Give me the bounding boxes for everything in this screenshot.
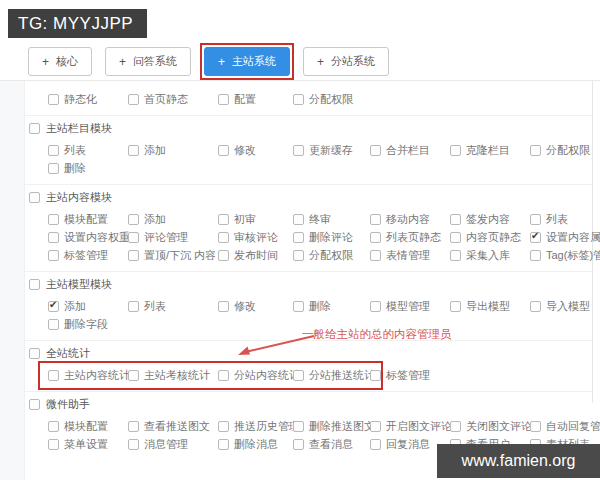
checkbox-icon[interactable] (218, 421, 229, 432)
checkbox-icon[interactable] (370, 232, 381, 243)
permission-item[interactable]: 克隆栏目 (450, 143, 530, 158)
checkbox-icon[interactable] (48, 370, 59, 381)
checkbox-icon[interactable] (218, 250, 229, 261)
permission-item[interactable]: 添加 (128, 143, 218, 158)
checkbox-icon[interactable] (128, 439, 139, 450)
permission-item[interactable]: 主站内容统计 (48, 368, 128, 383)
permission-item[interactable]: 设置内容权重 (48, 230, 128, 245)
permission-item[interactable]: 删除字段 (48, 317, 128, 332)
checkbox-icon[interactable] (218, 214, 229, 225)
checkbox-icon[interactable] (48, 439, 59, 450)
checkbox-icon[interactable] (370, 145, 381, 156)
permission-item[interactable]: 初审 (218, 212, 293, 227)
checkbox-icon[interactable] (293, 421, 304, 432)
checkbox-icon[interactable] (218, 94, 229, 105)
checkbox-icon[interactable] (370, 370, 381, 381)
permission-item[interactable]: 置顶/下沉 内容 (128, 248, 218, 263)
permission-item[interactable]: 模型管理 (370, 299, 450, 314)
permission-item[interactable]: 列表 (48, 143, 128, 158)
checkbox-icon[interactable] (48, 250, 59, 261)
system-tab[interactable]: +核心 (28, 47, 92, 76)
permission-item[interactable]: 首页静态 (128, 92, 218, 107)
permission-item[interactable]: 删除评论 (293, 230, 370, 245)
checkbox-icon[interactable] (370, 214, 381, 225)
checkbox-icon[interactable] (218, 370, 229, 381)
permission-item[interactable]: 模块配置 (48, 212, 128, 227)
checkbox-icon[interactable] (293, 439, 304, 450)
checkbox-icon[interactable] (128, 232, 139, 243)
permission-item[interactable]: 分站内容统计 (218, 368, 293, 383)
permission-item[interactable]: 分配权限 (530, 143, 592, 158)
checkbox-icon[interactable] (450, 421, 461, 432)
permission-item[interactable]: 表情管理 (370, 248, 450, 263)
checkbox-icon[interactable] (218, 439, 229, 450)
permission-item[interactable]: 模块配置 (48, 419, 128, 434)
permission-item[interactable]: 自动回复管理 (530, 419, 600, 434)
checkbox-icon[interactable] (48, 421, 59, 432)
permission-item[interactable]: 开启图文评论 (370, 419, 450, 434)
permission-item[interactable]: 签发内容 (450, 212, 530, 227)
checkbox-icon[interactable] (293, 301, 304, 312)
permission-item[interactable]: 添加 (48, 299, 128, 314)
permission-item[interactable]: 关闭图文评论 (450, 419, 530, 434)
permission-item[interactable]: 修改 (218, 143, 293, 158)
permission-item[interactable]: 更新缓存 (293, 143, 370, 158)
checkbox-icon[interactable] (450, 250, 461, 261)
checkbox-icon[interactable] (370, 250, 381, 261)
permission-item[interactable]: 修改 (218, 299, 293, 314)
permission-item[interactable]: 终审 (293, 212, 370, 227)
permission-item[interactable]: 分配权限 (293, 248, 370, 263)
checkbox-icon[interactable] (48, 301, 59, 312)
checkbox-icon[interactable] (48, 145, 59, 156)
checkbox-icon[interactable] (293, 232, 304, 243)
permission-item[interactable]: 审核评论 (218, 230, 293, 245)
checkbox-icon[interactable] (293, 145, 304, 156)
checkbox-icon[interactable] (530, 145, 541, 156)
permission-item[interactable]: 删除消息 (218, 437, 293, 452)
permission-item[interactable]: 标签管理 (48, 248, 128, 263)
section-checkbox-icon[interactable] (29, 348, 40, 359)
checkbox-icon[interactable] (128, 94, 139, 105)
checkbox-icon[interactable] (128, 250, 139, 261)
checkbox-icon[interactable] (128, 214, 139, 225)
checkbox-icon[interactable] (218, 301, 229, 312)
permission-item[interactable]: 导出模型 (450, 299, 530, 314)
permission-item[interactable]: 内容页静态 (450, 230, 530, 245)
system-tab[interactable]: +分站系统 (303, 47, 389, 76)
permission-item[interactable]: 菜单设置 (48, 437, 128, 452)
permission-item[interactable]: 导入模型 (530, 299, 592, 314)
checkbox-icon[interactable] (48, 94, 59, 105)
permission-item[interactable]: 删除 (48, 161, 128, 176)
checkbox-icon[interactable] (450, 232, 461, 243)
checkbox-icon[interactable] (48, 163, 59, 174)
checkbox-icon[interactable] (293, 94, 304, 105)
permission-item[interactable]: 分配权限 (293, 92, 370, 107)
checkbox-icon[interactable] (370, 301, 381, 312)
permission-item[interactable]: Tag(标签)管理 (530, 248, 600, 263)
permission-item[interactable]: 静态化 (48, 92, 128, 107)
checkbox-icon[interactable] (218, 145, 229, 156)
checkbox-icon[interactable] (530, 421, 541, 432)
checkbox-icon[interactable] (450, 145, 461, 156)
section-checkbox-icon[interactable] (29, 192, 40, 203)
permission-item[interactable]: 列表 (128, 299, 218, 314)
permission-item[interactable]: 添加 (128, 212, 218, 227)
checkbox-icon[interactable] (48, 214, 59, 225)
permission-item[interactable]: 采集入库 (450, 248, 530, 263)
checkbox-icon[interactable] (128, 370, 139, 381)
permission-item[interactable]: 移动内容 (370, 212, 450, 227)
checkbox-icon[interactable] (530, 301, 541, 312)
permission-item[interactable]: 评论管理 (128, 230, 218, 245)
checkbox-icon[interactable] (218, 232, 229, 243)
section-checkbox-icon[interactable] (29, 123, 40, 134)
checkbox-icon[interactable] (530, 214, 541, 225)
permission-item[interactable]: 查看消息 (293, 437, 370, 452)
checkbox-icon[interactable] (450, 214, 461, 225)
checkbox-icon[interactable] (293, 370, 304, 381)
section-checkbox-icon[interactable] (29, 279, 40, 290)
checkbox-icon[interactable] (370, 439, 381, 450)
checkbox-icon[interactable] (48, 319, 59, 330)
checkbox-icon[interactable] (450, 301, 461, 312)
section-checkbox-icon[interactable] (29, 399, 40, 410)
permission-item[interactable]: 删除推送图文 (293, 419, 370, 434)
